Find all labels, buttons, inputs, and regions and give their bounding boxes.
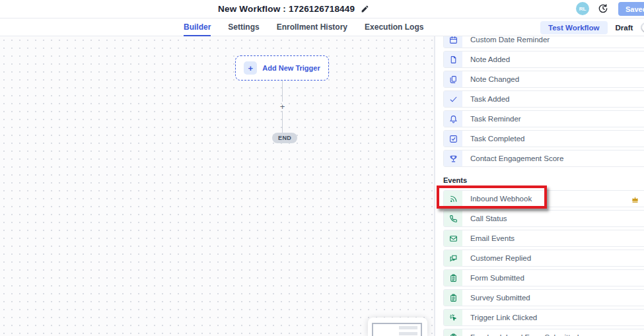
trigger-item-label: Form Submitted xyxy=(470,274,524,282)
tab-bar-right-controls: Test Workflow Draft Publish xyxy=(540,18,644,36)
mail-icon xyxy=(444,230,462,246)
trigger-item-label: Custom Date Reminder xyxy=(470,36,550,44)
add-new-trigger-button[interactable]: + Add New Trigger xyxy=(235,55,329,81)
note-icon xyxy=(444,51,462,67)
cursor-click-icon xyxy=(444,310,462,325)
trigger-item-task-added[interactable]: Task Added xyxy=(443,90,644,108)
webhook-icon xyxy=(444,191,462,207)
page-title: New Workflow : 1726126718449 xyxy=(218,4,355,14)
trigger-item-label: Inbound Webhook xyxy=(470,195,532,203)
connector-line-bottom xyxy=(282,111,283,133)
trigger-item-label: Email Events xyxy=(470,234,515,242)
trigger-item-label: Task Completed xyxy=(470,135,524,143)
trigger-sidebar[interactable]: Custom Date ReminderNote AddedNote Chang… xyxy=(435,36,644,336)
workflow-title-group: New Workflow : 1726126718449 xyxy=(218,0,369,18)
trigger-item-trigger-link-clicked[interactable]: Trigger Link Clicked xyxy=(443,309,644,326)
trigger-item-contact-engagement-score[interactable]: Contact Engagement Score xyxy=(443,150,644,167)
trigger-list: Custom Date ReminderNote AddedNote Chang… xyxy=(443,36,644,336)
plus-icon: + xyxy=(244,61,257,75)
bell-icon xyxy=(444,111,462,127)
tab-bar-tabs: BuilderSettingsEnrollment HistoryExecuti… xyxy=(184,18,423,36)
trigger-item-survey-submitted[interactable]: Survey Submitted xyxy=(443,289,644,306)
draft-label: Draft xyxy=(616,24,633,32)
notes-copy-icon xyxy=(444,71,462,87)
trigger-item-note-changed[interactable]: Note Changed xyxy=(443,71,644,88)
trigger-item-label: Contact Engagement Score xyxy=(470,154,563,162)
workflow-canvas[interactable]: + Add New Trigger + END xyxy=(0,36,435,336)
tab-settings[interactable]: Settings xyxy=(228,18,259,36)
tab-builder[interactable]: Builder xyxy=(184,18,211,36)
connector-add-step-icon[interactable]: + xyxy=(278,102,287,112)
trigger-item-email-events[interactable]: Email Events xyxy=(443,230,644,247)
trophy-icon xyxy=(444,151,462,166)
clipboard-icon xyxy=(444,290,462,306)
tab-execution-logs[interactable]: Execution Logs xyxy=(365,18,423,36)
trigger-item-label: Trigger Link Clicked xyxy=(470,314,537,321)
trigger-item-label: Facebook Lead Form Submitted xyxy=(470,333,579,336)
chat-icon xyxy=(444,250,462,266)
trigger-item-task-reminder[interactable]: Task Reminder xyxy=(443,110,644,127)
clipboard-icon xyxy=(444,329,462,336)
trigger-item-label: Task Reminder xyxy=(470,115,521,123)
preview-widget-frame xyxy=(372,323,422,336)
trigger-item-inbound-webhook[interactable]: Inbound Webhook xyxy=(443,190,644,207)
crown-icon xyxy=(631,195,639,203)
trigger-item-label: Call Status xyxy=(470,215,507,222)
trigger-item-form-submitted[interactable]: Form Submitted xyxy=(443,269,644,286)
tab-enrollment-history[interactable]: Enrollment History xyxy=(277,18,347,36)
publish-toggle[interactable] xyxy=(641,22,644,32)
add-new-trigger-label: Add New Trigger xyxy=(262,64,320,72)
connector-line-top xyxy=(282,81,283,102)
trigger-item-call-status[interactable]: Call Status xyxy=(443,210,644,227)
preview-widget[interactable] xyxy=(368,318,427,336)
preview-placeholder-bar xyxy=(399,332,417,335)
trigger-item-customer-replied[interactable]: Customer Replied xyxy=(443,250,644,267)
check-square-icon xyxy=(444,131,462,147)
history-clock-icon[interactable] xyxy=(598,3,608,14)
saved-button[interactable]: Saved xyxy=(618,2,644,16)
trigger-item-note-added[interactable]: Note Added xyxy=(443,51,644,68)
trigger-item-custom-date-reminder[interactable]: Custom Date Reminder xyxy=(443,36,644,48)
test-workflow-button[interactable]: Test Workflow xyxy=(540,21,608,34)
trigger-item-label: Customer Replied xyxy=(470,254,531,262)
trigger-item-label: Task Added xyxy=(470,95,509,103)
calendar-icon xyxy=(444,36,462,48)
user-avatar[interactable]: RL xyxy=(576,2,589,15)
check-icon xyxy=(444,91,462,107)
app-header: New Workflow : 1726126718449 RL Saved xyxy=(0,0,644,18)
end-node: END xyxy=(272,133,297,143)
trigger-item-label: Note Changed xyxy=(470,75,519,83)
clipboard-icon xyxy=(444,270,462,286)
tab-bar: BuilderSettingsEnrollment HistoryExecuti… xyxy=(0,18,644,36)
trigger-item-facebook-lead-form-submitted[interactable]: Facebook Lead Form Submitted xyxy=(443,329,644,336)
phone-icon xyxy=(444,211,462,226)
preview-placeholder-bar xyxy=(399,326,417,329)
trigger-item-label: Note Added xyxy=(470,55,510,63)
trigger-item-label: Survey Submitted xyxy=(470,294,530,302)
section-header-events: Events xyxy=(443,170,644,190)
trigger-item-task-completed[interactable]: Task Completed xyxy=(443,130,644,147)
edit-title-pencil-icon[interactable] xyxy=(361,5,369,13)
